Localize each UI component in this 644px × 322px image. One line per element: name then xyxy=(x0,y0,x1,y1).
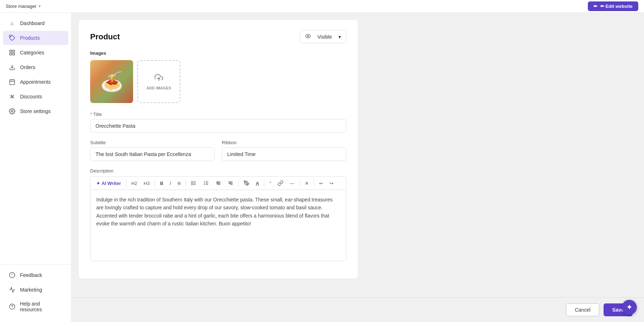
chevron-down-icon: ▾ xyxy=(39,4,41,9)
toolbar-divider-6 xyxy=(299,180,300,187)
grid-icon xyxy=(9,49,16,56)
sidebar-item-label: Categories xyxy=(20,50,44,55)
description-label: Description xyxy=(90,168,346,174)
toolbar-divider-7 xyxy=(314,180,314,187)
blockquote-button[interactable]: " xyxy=(267,179,274,187)
eye-icon xyxy=(305,33,311,40)
discount-icon xyxy=(9,93,16,100)
undo-button[interactable]: ↩ xyxy=(316,179,326,187)
fab-button[interactable]: ✦ xyxy=(622,300,637,315)
text-color-button[interactable]: A xyxy=(253,179,262,187)
calendar-icon xyxy=(9,78,16,86)
sidebar-item-label: Products xyxy=(20,35,40,41)
product-header: Product Visible ▾ xyxy=(90,30,346,43)
sidebar-item-help[interactable]: Help and resources xyxy=(3,297,68,316)
svg-point-25 xyxy=(192,183,192,184)
description-section: Description ✦ AI Writer H2 H3 B I S xyxy=(90,168,346,261)
edit-icon: ✏ xyxy=(594,4,597,9)
description-editor[interactable]: Indulge in the rich tradition of Souther… xyxy=(90,190,346,261)
chevron-down-icon: ▾ xyxy=(338,34,341,40)
h2-button[interactable]: H2 xyxy=(128,179,140,187)
sidebar-item-categories[interactable]: Categories xyxy=(3,45,68,60)
visibility-dropdown[interactable]: Visible ▾ xyxy=(300,30,346,43)
sidebar-item-label: Marketing xyxy=(20,287,42,293)
subtitle-input[interactable] xyxy=(90,147,215,161)
svg-point-24 xyxy=(192,181,192,182)
subtitle-ribbon-row: Subtitle Ribbon xyxy=(90,140,346,168)
sidebar-item-label: Discounts xyxy=(20,94,42,99)
clear-format-button[interactable]: ✕ xyxy=(302,179,312,187)
toolbar-divider-1 xyxy=(126,180,126,187)
marketing-icon xyxy=(9,286,16,293)
title-input[interactable] xyxy=(90,119,346,133)
svg-rect-4 xyxy=(13,53,15,55)
sidebar-item-marketing[interactable]: Marketing xyxy=(3,283,68,297)
sidebar-item-dashboard[interactable]: ⌂ Dashboard xyxy=(3,16,68,30)
bullet-list-button[interactable] xyxy=(188,179,200,187)
store-manager-label[interactable]: Store manager ▾ xyxy=(6,4,41,9)
add-images-button[interactable]: ADD IMAGES xyxy=(137,60,180,103)
h3-button[interactable]: H3 xyxy=(141,179,153,187)
link-button[interactable] xyxy=(275,179,286,187)
home-icon: ⌂ xyxy=(9,20,16,27)
sidebar-item-feedback[interactable]: Feedback xyxy=(3,268,68,282)
strikethrough-button[interactable]: S xyxy=(175,179,184,187)
sidebar-item-label: Feedback xyxy=(20,272,42,278)
indent-dec-button[interactable] xyxy=(213,179,224,187)
sidebar-item-label: Help and resources xyxy=(20,301,63,312)
italic-button[interactable]: I xyxy=(167,179,174,187)
sidebar-item-label: Appointments xyxy=(20,79,51,85)
tag-icon xyxy=(9,34,16,42)
svg-rect-3 xyxy=(10,53,11,55)
add-images-label: ADD IMAGES xyxy=(147,86,171,90)
svg-point-10 xyxy=(11,95,12,96)
sidebar-item-label: Orders xyxy=(20,64,35,70)
upload-icon xyxy=(155,73,163,84)
ai-writer-button[interactable]: ✦ AI Writer xyxy=(93,179,124,187)
product-image-thumb[interactable] xyxy=(90,60,133,103)
ribbon-label: Ribbon xyxy=(222,140,346,145)
feedback-icon xyxy=(9,272,16,279)
svg-point-26 xyxy=(192,184,192,185)
sidebar-item-orders[interactable]: Orders xyxy=(3,60,68,74)
numbered-list-button[interactable] xyxy=(200,179,212,187)
horizontal-rule-button[interactable]: — xyxy=(287,179,297,187)
product-panel: Product Visible ▾ Images xyxy=(79,20,358,278)
content-area: Product Visible ▾ Images xyxy=(72,13,558,322)
images-row: ADD IMAGES xyxy=(90,60,346,103)
sidebar-item-appointments[interactable]: Appointments xyxy=(3,75,68,89)
sidebar-bottom: Feedback Marketing Help and resources xyxy=(0,264,71,319)
toolbar-divider-4 xyxy=(238,180,239,187)
store-manager-text: Store manager xyxy=(6,4,36,9)
page-title: Product xyxy=(90,32,120,42)
svg-point-19 xyxy=(307,35,309,37)
redo-button[interactable]: ↪ xyxy=(327,179,336,187)
sidebar-item-products[interactable]: Products xyxy=(3,31,68,45)
cancel-button[interactable]: Cancel xyxy=(566,303,600,316)
sidebar-item-store-settings[interactable]: Store settings xyxy=(3,104,68,118)
sidebar: ⌂ Dashboard Products Categories Orders xyxy=(0,13,72,322)
bold-button[interactable]: B xyxy=(157,179,166,187)
sidebar-item-discounts[interactable]: Discounts xyxy=(3,89,68,104)
sidebar-item-label: Store settings xyxy=(20,108,51,114)
sidebar-nav: ⌂ Dashboard Products Categories Orders xyxy=(0,16,71,264)
required-star: * xyxy=(90,112,93,117)
indent-inc-button[interactable] xyxy=(225,179,236,187)
right-panel xyxy=(558,13,644,322)
settings-icon xyxy=(9,108,16,115)
plus-icon: ✦ xyxy=(626,303,633,312)
ai-icon: ✦ xyxy=(96,181,100,186)
editor-toolbar: ✦ AI Writer H2 H3 B I S xyxy=(90,176,346,190)
bottom-action-bar: Cancel Save xyxy=(72,297,644,322)
edit-website-button[interactable]: ✏ ✏ Edit website xyxy=(588,1,638,11)
sidebar-item-label: Dashboard xyxy=(20,20,45,26)
toolbar-divider-2 xyxy=(155,180,155,187)
svg-point-0 xyxy=(10,36,11,37)
ribbon-input[interactable] xyxy=(222,147,346,161)
images-label: Images xyxy=(90,50,346,56)
highlight-button[interactable] xyxy=(241,179,252,187)
subtitle-label: Subtitle xyxy=(90,140,215,145)
svg-point-13 xyxy=(11,111,13,112)
toolbar-divider-5 xyxy=(264,180,264,187)
images-section: Images ADD IMAGES xyxy=(90,50,346,103)
